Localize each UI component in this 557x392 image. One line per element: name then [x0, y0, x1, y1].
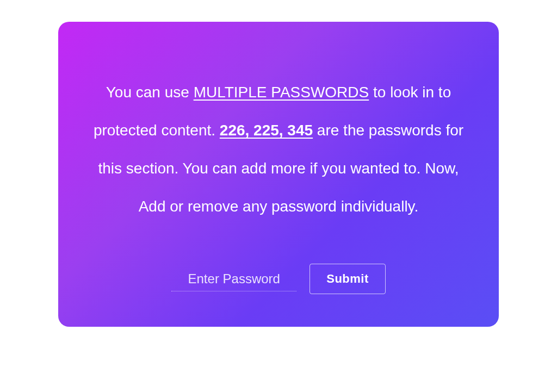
password-card: You can use MULTIPLE PASSWORDS to look i…: [58, 22, 499, 327]
message-emphasis-passwords: 226, 225, 345: [220, 122, 313, 139]
submit-button[interactable]: Submit: [310, 264, 386, 294]
message-emphasis-multiple: MULTIPLE PASSWORDS: [194, 84, 369, 101]
password-form: Submit: [85, 264, 472, 294]
password-input[interactable]: [171, 267, 296, 291]
message-text-1: You can use: [106, 84, 194, 101]
instruction-message: You can use MULTIPLE PASSWORDS to look i…: [85, 73, 472, 226]
